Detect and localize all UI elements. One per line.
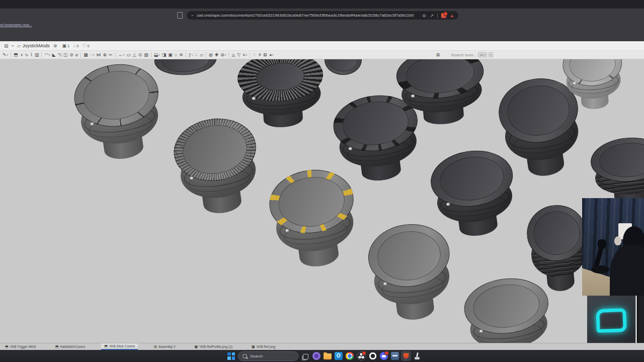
linear-pattern-tool-icon[interactable]: ▦ — [84, 53, 88, 57]
offset-surface-tool-icon[interactable]: ▭ — [126, 53, 131, 57]
measure-tool-icon[interactable]: ∴ — [195, 53, 198, 57]
sheet-metal-tool-icon[interactable]: ◍ — [209, 53, 213, 57]
tab-assembly-2[interactable]: ⊞Assembly 2 — [151, 343, 178, 350]
rib-tool-icon[interactable]: ◫ — [63, 53, 68, 57]
tab-tool-icon[interactable]: ≡▾ — [243, 53, 247, 57]
sweep-tool-icon[interactable]: ∿ — [25, 53, 29, 57]
dropdown-caret-icon[interactable]: ▾ — [49, 54, 50, 56]
render-tool-icon: ◕ — [269, 53, 272, 57]
configurations-tool-icon: # — [259, 53, 261, 57]
purple-app-icon[interactable] — [312, 352, 320, 360]
plane-tool-icon[interactable]: ⬓▾ — [154, 53, 160, 57]
render-tool-icon[interactable]: ◕▾ — [269, 53, 274, 57]
loft-tool-icon[interactable]: ⌇ — [31, 53, 33, 57]
start-button-icon[interactable] — [227, 352, 235, 360]
document-page-icon[interactable]: ▤ — [4, 43, 9, 48]
dropdown-caret-icon[interactable]: ▾ — [246, 54, 248, 56]
draft-tool-icon[interactable]: ◹ — [58, 53, 61, 57]
fea-tool-icon[interactable]: ⊞ — [263, 53, 267, 57]
doc-stat-likes[interactable]: ♡0 — [82, 43, 90, 48]
extrude-tool-icon[interactable]: ⬒ — [14, 53, 18, 57]
knob-knurled-gray[interactable] — [170, 114, 265, 221]
bend-tool-icon[interactable]: ⊚▾ — [220, 53, 226, 57]
image-icon: ▦ — [195, 345, 198, 349]
joystick-app-icon[interactable] — [413, 352, 421, 360]
appearance-tool-icon[interactable]: ♢ — [253, 53, 257, 57]
knob-plain-gray-low[interactable] — [365, 220, 457, 326]
knob-part-dot — [190, 176, 194, 179]
extension-shield-icon[interactable] — [441, 13, 446, 18]
move-face-tool-icon[interactable]: ⊙ — [138, 53, 142, 57]
dropdown-caret-icon[interactable]: ▾ — [192, 54, 193, 56]
tab-vkb-trigger-mkiii[interactable]: ⬒VKB Trigger MKIII — [2, 343, 39, 350]
file-explorer-icon[interactable] — [324, 353, 332, 359]
obs-icon[interactable] — [357, 351, 366, 360]
split-tool-icon[interactable]: ✂ — [109, 53, 113, 57]
thicken-tool-icon[interactable]: ▥ — [35, 53, 39, 57]
knob-arc-top-mid[interactable] — [325, 59, 362, 92]
url-text[interactable]: cad.onshape.com/documents/e2792ce6321963… — [197, 13, 420, 18]
flange-tool-icon[interactable]: ✚ — [215, 53, 219, 57]
boolean-tool-icon[interactable]: ⊕ — [103, 53, 107, 57]
custom-feature-plus-icon[interactable]: ⊞ — [436, 52, 440, 57]
share-icon[interactable]: ↗ — [430, 13, 434, 18]
dropdown-caret-icon[interactable]: ▾ — [158, 54, 160, 56]
mass-properties-tool-icon[interactable]: ▱ — [200, 53, 203, 57]
knob-ringed-behind-cam[interactable] — [525, 203, 592, 295]
mirror-tool-icon[interactable]: ⋈ — [97, 53, 101, 57]
chrome-icon[interactable] — [346, 352, 354, 360]
revolve-tool-icon[interactable]: ◑ — [20, 53, 23, 57]
blue-square-app-icon[interactable] — [391, 352, 399, 360]
brave-icon[interactable] — [402, 352, 410, 360]
shell-tool-icon[interactable]: ⊘ — [69, 53, 73, 57]
circular-pattern-tool-icon[interactable]: ◌▾ — [90, 53, 95, 57]
task-view-icon[interactable] — [301, 352, 309, 360]
knob-ticks-gray[interactable] — [70, 59, 167, 166]
hole-tool-icon[interactable]: ⌀ — [75, 53, 78, 57]
document-title[interactable]: JoystickMods — [23, 43, 50, 48]
warning-triangle-icon[interactable]: ▲ — [450, 13, 454, 18]
frame-tool-icon[interactable]: ◬ — [231, 53, 235, 57]
mate-connector-tool-icon[interactable]: ⌂ — [175, 53, 177, 57]
knob-slotted-dark[interactable] — [394, 59, 489, 129]
transform-tool-icon[interactable]: ↔▾ — [118, 53, 125, 57]
outlook-icon[interactable] — [335, 352, 343, 360]
fillet-tool-icon[interactable]: ◠▾ — [44, 53, 50, 57]
tab-vkb-ref-png[interactable]: ▦VKB Ref.png — [249, 343, 278, 350]
configurations-tool-icon[interactable]: # — [259, 53, 261, 57]
axis-tool-icon[interactable]: ◨ — [162, 53, 167, 57]
doc-stat-export[interactable]: ↓0 — [73, 43, 78, 48]
discord-icon[interactable] — [380, 352, 388, 360]
sketch-tool-icon[interactable]: ✎▾ — [3, 53, 8, 57]
dropdown-caret-icon[interactable]: ▾ — [93, 54, 95, 56]
chamfer-tool-icon[interactable]: ◣ — [52, 53, 56, 57]
dropdown-caret-icon[interactable]: ▾ — [123, 54, 125, 56]
tab-vkb-refprofile-png-1[interactable]: ▦VKB RefProfile.png (1) — [192, 343, 235, 350]
knob-cross-light-top-right[interactable] — [561, 59, 625, 113]
dark-circle-app-icon[interactable] — [369, 352, 377, 360]
search-tools-label[interactable]: Search tools... — [451, 53, 476, 57]
dropdown-caret-icon[interactable]: ▾ — [7, 54, 9, 56]
share-link-icon[interactable]: ⌁ — [12, 43, 14, 48]
sidebar-toggle-icon[interactable] — [177, 12, 183, 19]
address-bar[interactable]: ⌁ cad.onshape.com/documents/e2792ce63219… — [187, 11, 458, 20]
doc-stat-copies[interactable]: ▣1 — [62, 43, 69, 48]
helix-tool-icon[interactable]: ≋ — [179, 53, 183, 57]
site-settings-icon[interactable]: ⌁ — [191, 13, 194, 18]
zoom-out-icon[interactable]: ⊖ — [422, 13, 426, 18]
knob-gold-bumps-knob[interactable] — [265, 164, 363, 274]
import-bookmarks-link[interactable]: Import bookmarks now... — [0, 23, 32, 27]
delete-face-tool-icon[interactable]: △ — [133, 53, 136, 57]
dropdown-caret-icon[interactable]: ▾ — [272, 54, 274, 56]
knob-arc-top-left[interactable] — [153, 59, 219, 95]
variable-tool-icon[interactable]: ƒ▾ — [189, 53, 193, 57]
replace-face-tool-icon[interactable]: ▧ — [144, 53, 148, 57]
point-tool-icon[interactable]: ▣ — [168, 53, 173, 57]
tab-hatswitchcovers[interactable]: ⬒HatSwitchCovers — [52, 343, 88, 350]
part-studio-3d-viewport[interactable] — [0, 59, 644, 343]
taskbar-search-box[interactable]: Search — [238, 351, 298, 361]
tab-vkb-stick-covers[interactable]: ⬒VKB Stick Covers — [101, 343, 138, 350]
dropdown-caret-icon[interactable]: ▾ — [225, 54, 226, 56]
folder-icon[interactable]: ▱ — [17, 43, 21, 48]
gusset-tool-icon[interactable]: ▽ — [237, 53, 240, 57]
